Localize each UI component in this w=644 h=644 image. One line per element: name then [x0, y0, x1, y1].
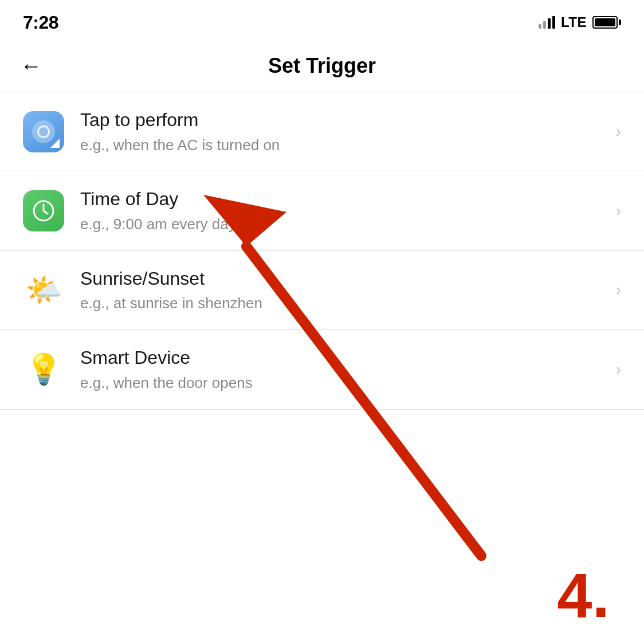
status-time: 7:28 — [23, 12, 58, 33]
smart-device-content: Smart Device e.g., when the door opens — [80, 346, 607, 392]
time-of-day-title: Time of Day — [80, 187, 607, 211]
sunrise-sunset-item[interactable]: 🌤️ Sunrise/Sunset e.g., at sunrise in sh… — [0, 251, 644, 329]
divider-4 — [0, 409, 644, 410]
smart-device-item[interactable]: 💡 Smart Device e.g., when the door opens… — [0, 330, 644, 409]
status-right: LTE — [539, 14, 621, 30]
svg-line-2 — [44, 211, 48, 214]
time-of-day-icon — [23, 190, 64, 231]
sunrise-sunset-chevron: › — [616, 281, 621, 299]
time-of-day-chevron: › — [616, 202, 621, 220]
trigger-list: Tap to perform e.g., when the AC is turn… — [0, 92, 644, 410]
back-button[interactable]: ← — [20, 55, 42, 77]
nav-header: ← Set Trigger — [0, 40, 644, 92]
tap-to-perform-icon — [23, 111, 64, 152]
smart-device-title: Smart Device — [80, 346, 607, 370]
smart-device-icon: 💡 — [23, 349, 64, 390]
sunrise-sunset-content: Sunrise/Sunset e.g., at sunrise in shenz… — [80, 267, 607, 313]
page-title: Set Trigger — [268, 54, 376, 78]
status-bar: 7:28 LTE — [0, 0, 644, 40]
lte-label: LTE — [561, 14, 587, 30]
battery-icon — [592, 16, 621, 29]
tap-to-perform-item[interactable]: Tap to perform e.g., when the AC is turn… — [0, 92, 644, 171]
time-of-day-subtitle: e.g., 9:00 am every day — [80, 215, 607, 234]
sunrise-sunset-title: Sunrise/Sunset — [80, 267, 607, 291]
signal-icon — [539, 16, 555, 29]
time-of-day-item[interactable]: Time of Day e.g., 9:00 am every day › — [0, 171, 644, 250]
smart-device-chevron: › — [616, 360, 621, 379]
smart-device-subtitle: e.g., when the door opens — [80, 374, 607, 393]
sunrise-sunset-subtitle: e.g., at sunrise in shenzhen — [80, 294, 607, 313]
tap-to-perform-title: Tap to perform — [80, 108, 607, 132]
tap-to-perform-content: Tap to perform e.g., when the AC is turn… — [80, 108, 607, 155]
sunrise-sunset-icon: 🌤️ — [23, 269, 64, 311]
tap-to-perform-chevron: › — [616, 123, 621, 141]
step-number: 4. — [557, 564, 610, 627]
tap-to-perform-subtitle: e.g., when the AC is turned on — [80, 136, 607, 155]
time-of-day-content: Time of Day e.g., 9:00 am every day — [80, 187, 607, 234]
